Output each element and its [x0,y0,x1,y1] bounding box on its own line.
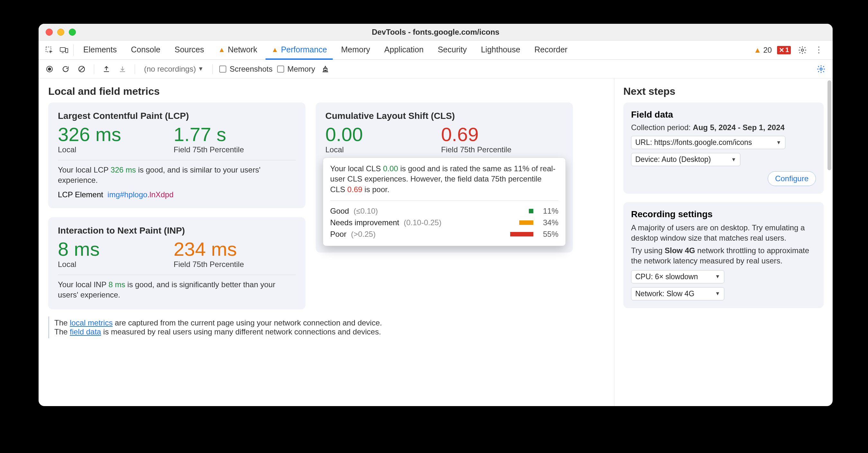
cls-card: Cumulative Layout Shift (CLS) 0.00 Local… [316,102,573,253]
configure-button[interactable]: Configure [768,171,816,186]
cls-local-value: 0.00 [326,124,428,144]
field-data-title: Field data [631,109,816,120]
dist-needs-improvement: Needs improvement (0.10-0.25) 34% [330,217,558,228]
field-data-card: Field data Collection period: Aug 5, 202… [623,102,824,194]
more-menu-icon[interactable]: ⋮ [814,45,824,55]
bar-good [529,209,533,213]
recording-p1: A majority of users are on desktop. Try … [631,223,816,244]
lcp-field-label: Field 75th Percentile [174,145,277,154]
cls-title: Cumulative Layout Shift (CLS) [326,111,563,121]
errors-count[interactable]: ✕1 [777,46,791,54]
inp-title: Interaction to Next Paint (INP) [58,226,296,236]
window-controls [38,29,76,36]
tab-elements[interactable]: Elements [78,41,123,60]
lcp-field-value: 1.77 s [174,124,277,144]
garbage-collect-icon[interactable] [319,63,331,75]
inp-description: Your local INP 8 ms is good, and is sign… [58,280,296,300]
tab-performance[interactable]: ▲Performance [266,41,333,60]
memory-checkbox[interactable]: Memory [277,65,315,73]
tab-application[interactable]: Application [378,41,429,60]
lcp-description: Your local LCP 326 ms is good, and is si… [58,165,296,186]
tab-sources[interactable]: Sources [169,41,210,60]
svg-point-3 [802,49,804,51]
record-button[interactable] [44,63,55,75]
svg-rect-1 [60,47,65,52]
inp-card: Interaction to Next Paint (INP) 8 ms Loc… [48,217,305,310]
warnings-count[interactable]: ▲20 [753,45,772,55]
tab-console[interactable]: Console [125,41,166,60]
inp-field-value: 234 ms [174,239,277,259]
inp-field-label: Field 75th Percentile [174,260,277,269]
caret-down-icon: ▼ [715,291,720,296]
field-data-link[interactable]: field data [70,327,101,336]
bar-poor [510,232,533,236]
lcp-card: Largest Contentful Paint (LCP) 326 ms Lo… [48,102,305,208]
window-title: DevTools - fonts.google.com/icons [38,28,833,37]
scrollbar[interactable] [828,79,832,406]
lcp-local-value: 326 ms [58,124,161,144]
scrollbar-thumb[interactable] [828,80,831,170]
cls-popover: Your local CLS 0.00 is good and is rated… [323,157,566,246]
caret-down-icon: ▼ [776,140,781,145]
device-toolbar-icon[interactable] [57,40,71,59]
inspect-element-icon[interactable] [42,40,57,59]
minimize-window-button[interactable] [57,29,64,36]
tab-recorder[interactable]: Recorder [528,41,573,60]
tab-memory[interactable]: Memory [335,41,376,60]
cls-field-label: Field 75th Percentile [441,145,544,154]
tab-lighthouse[interactable]: Lighthouse [475,41,526,60]
tabs: Elements Console Sources ▲Network ▲Perfo… [78,40,748,59]
devtools-tabsbar: Elements Console Sources ▲Network ▲Perfo… [38,40,833,60]
inp-local-value: 8 ms [58,239,161,259]
svg-point-7 [820,68,823,70]
tab-security[interactable]: Security [432,41,472,60]
fullscreen-window-button[interactable] [69,29,76,36]
url-select[interactable]: URL: https://fonts.google.com/icons▼ [631,136,785,149]
close-window-button[interactable] [45,29,53,36]
bar-needs [519,220,533,225]
collection-period: Collection period: Aug 5, 2024 - Sep 1, … [631,123,816,132]
network-throttle-select[interactable]: Network: Slow 4G▼ [631,287,724,300]
devtools-window: DevTools - fonts.google.com/icons Elemen… [38,24,833,406]
clear-button[interactable] [76,63,88,75]
svg-rect-2 [66,48,68,53]
dist-poor: Poor (>0.25) 55% [330,228,558,240]
checkbox-icon [277,66,284,73]
side-heading: Next steps [623,86,824,97]
reload-record-button[interactable] [60,63,71,75]
caret-down-icon: ▼ [198,66,204,72]
lcp-title: Largest Contentful Paint (LCP) [58,111,296,121]
local-metrics-link[interactable]: local metrics [70,318,113,327]
recording-settings-card: Recording settings A majority of users a… [623,202,824,308]
device-select[interactable]: Device: Auto (Desktop)▼ [631,153,740,166]
cpu-throttle-select[interactable]: CPU: 6× slowdown▼ [631,270,724,283]
dist-good: Good (≤0.10) 11% [330,205,558,217]
lcp-element[interactable]: LCP Element img#hplogo.lnXdpd [58,190,296,199]
cls-local-label: Local [326,145,428,154]
main-panel: Local and field metrics Largest Contentf… [38,78,614,406]
settings-icon[interactable] [796,44,809,57]
side-panel: Next steps Field data Collection period:… [614,78,833,406]
performance-toolbar: (no recordings) ▼ Screenshots Memory [38,60,833,78]
info-strip: The local metrics are captured from the … [48,317,604,338]
warning-icon: ▲ [271,45,278,54]
caret-down-icon: ▼ [731,157,736,163]
main-heading: Local and field metrics [48,86,604,97]
svg-point-5 [48,67,51,71]
recordings-select[interactable]: (no recordings) ▼ [142,65,206,73]
inp-local-label: Local [58,260,161,269]
cls-popover-text: Your local CLS 0.00 is good and is rated… [330,164,558,195]
tab-network[interactable]: ▲Network [213,41,263,60]
download-icon[interactable] [117,63,128,75]
screenshots-checkbox[interactable]: Screenshots [219,65,272,73]
lcp-local-label: Local [58,145,161,154]
capture-settings-icon[interactable] [815,63,828,75]
cls-field-value: 0.69 [441,124,544,144]
titlebar: DevTools - fonts.google.com/icons [38,24,833,40]
recording-settings-title: Recording settings [631,209,816,220]
panel-body: Local and field metrics Largest Contentf… [38,78,833,406]
cls-distribution: Good (≤0.10) 11% Needs improvement (0.10… [330,205,558,240]
recording-p2: Try using Slow 4G network throttling to … [631,246,816,266]
upload-icon[interactable] [101,63,112,75]
checkbox-icon [219,66,226,73]
